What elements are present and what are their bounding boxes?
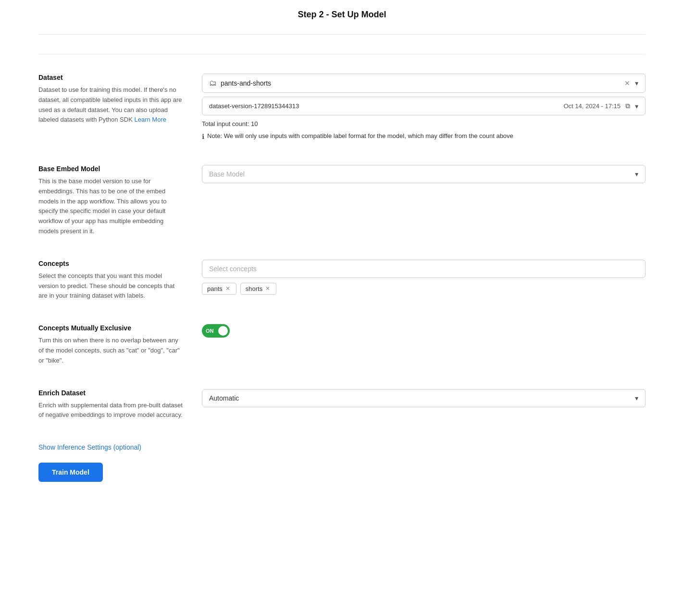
concepts-input[interactable] <box>209 265 638 273</box>
toggle-knob <box>218 326 228 336</box>
note-box: ℹ Note: We will only use inputs with com… <box>202 131 646 142</box>
dataset-value: pants-and-shorts <box>221 79 271 87</box>
info-icon: ℹ <box>202 132 204 142</box>
enrich-section: Enrich Dataset Enrich with supplemental … <box>38 389 646 421</box>
base-model-placeholder: Base Model <box>209 170 245 178</box>
concepts-title: Concepts <box>38 260 183 267</box>
concepts-input-box[interactable] <box>202 260 646 278</box>
enrich-desc: Enrich with supplemental data from pre-b… <box>38 401 183 421</box>
dataset-section-desc: Dataset to use for training this model. … <box>38 85 183 125</box>
dataset-clear-button[interactable]: ✕ <box>623 79 631 88</box>
concept-tag-pants-label: pants <box>207 285 223 292</box>
copy-icon[interactable]: ⧉ <box>625 102 630 110</box>
inference-settings-link[interactable]: Show Inference Settings (optional) <box>38 443 141 451</box>
concepts-section: Concepts Select the concepts that you wa… <box>38 260 646 301</box>
concepts-tags-container: pants ✕ shorts ✕ <box>202 283 646 295</box>
total-input-count: Total input count: 10 <box>202 120 646 127</box>
concept-tag-shorts-remove[interactable]: ✕ <box>264 286 271 291</box>
version-chevron-icon: ▾ <box>635 102 638 110</box>
base-embed-title: Base Embed Model <box>38 165 183 173</box>
concepts-exclusive-desc: Turn this on when there is no overlap be… <box>38 336 183 365</box>
dataset-chevron-icon: ▾ <box>635 79 638 87</box>
dataset-controls: 🗂 pants-and-shorts ✕ ▾ dataset-version-1… <box>202 74 646 142</box>
base-model-chevron-icon: ▾ <box>635 170 638 178</box>
concept-tag-pants-remove[interactable]: ✕ <box>224 286 231 291</box>
dataset-section-title: Dataset <box>38 74 183 81</box>
concepts-exclusive-section: Concepts Mutually Exclusive Turn this on… <box>38 324 646 365</box>
concept-tag-shorts: shorts ✕ <box>240 283 276 295</box>
base-embed-section: Base Embed Model This is the base model … <box>38 165 646 237</box>
concept-tag-shorts-label: shorts <box>246 285 262 292</box>
toggle-on-label: ON <box>206 328 214 334</box>
base-embed-desc: This is the base model version to use fo… <box>38 176 183 237</box>
version-date: Oct 14, 2024 - 17:15 <box>563 102 621 110</box>
concepts-desc: Select the concepts that you want this m… <box>38 271 183 301</box>
dataset-section: Dataset Dataset to use for training this… <box>38 74 646 142</box>
bottom-section: Show Inference Settings (optional) Train… <box>38 443 646 482</box>
enrich-title: Enrich Dataset <box>38 389 183 397</box>
enrich-chevron-icon: ▾ <box>635 394 638 402</box>
concept-tag-pants: pants ✕ <box>202 283 236 295</box>
learn-more-link[interactable]: Learn More <box>134 116 166 123</box>
dataset-version-dropdown[interactable]: dataset-version-1728915344313 Oct 14, 20… <box>202 97 646 115</box>
page-title: Step 2 - Set Up Model <box>38 10 646 20</box>
base-model-dropdown[interactable]: Base Model ▾ <box>202 165 646 183</box>
enrich-value: Automatic <box>209 394 239 402</box>
enrich-dropdown[interactable]: Automatic ▾ <box>202 389 646 407</box>
concepts-exclusive-title: Concepts Mutually Exclusive <box>38 324 183 332</box>
folder-icon: 🗂 <box>209 79 217 88</box>
dataset-dropdown[interactable]: 🗂 pants-and-shorts ✕ ▾ <box>202 74 646 93</box>
train-model-button[interactable]: Train Model <box>38 463 103 482</box>
concepts-exclusive-toggle[interactable]: ON <box>202 324 230 338</box>
version-id: dataset-version-1728915344313 <box>209 102 299 110</box>
